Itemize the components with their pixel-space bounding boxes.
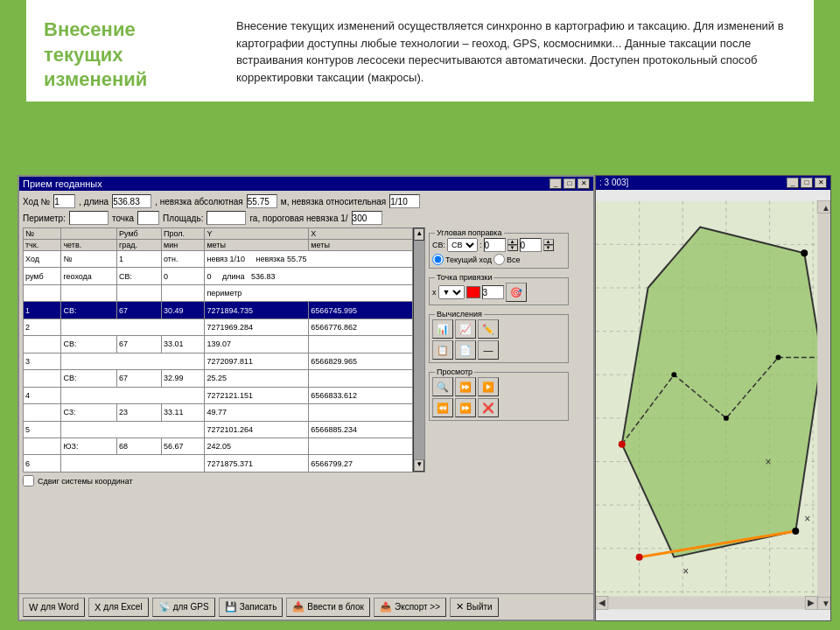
calculations-title: Вычисления — [435, 310, 484, 318]
table-row[interactable]: ЮЗ: 68 56.67 242.05 — [24, 438, 413, 454]
maximize-button[interactable]: □ — [564, 178, 576, 189]
table-row[interactable]: 5 7272101.264 6566885.234 — [24, 421, 413, 438]
cell: 56.67 — [162, 438, 205, 454]
table-row[interactable]: С3: 23 33.11 49.77 — [24, 404, 413, 421]
map-minimize-button[interactable]: _ — [787, 178, 799, 188]
preview-btn3[interactable]: ▶️ — [478, 377, 499, 396]
table-row[interactable]: Ход № 1 отн. невяз 1/10 невязка 55.75 — [24, 251, 413, 268]
close-button[interactable]: ✕ — [578, 178, 590, 189]
x-label: x — [432, 288, 437, 297]
calc-btn4[interactable]: 📋 — [432, 340, 453, 360]
attachment-value-input[interactable] — [482, 285, 504, 299]
table-row[interactable]: 4 7272121.151 6566833.612 — [24, 387, 413, 403]
cell: 7272097.811 — [205, 353, 309, 369]
table-row[interactable]: СВ: 67 33.01 139.07 — [24, 336, 413, 353]
col-empty-header — [61, 228, 117, 240]
angular-value2-input[interactable] — [520, 238, 542, 252]
radio-current-label: Текущий ход — [432, 254, 492, 265]
cell: 33.11 — [162, 404, 205, 421]
cell — [61, 421, 205, 438]
preview-btn5[interactable]: ⏩ — [455, 398, 476, 417]
col-mety2-header: меты — [309, 240, 413, 251]
calculations-row2: 📋 📄 — — [432, 340, 565, 360]
nevyazka-abs-input[interactable] — [247, 194, 277, 208]
col-tchk-header: тчк. — [24, 240, 61, 251]
col-min-header: мин — [162, 240, 205, 251]
scroll-up-button[interactable]: ▲ — [414, 228, 424, 241]
insert-button[interactable]: 📥 Ввести в блок — [286, 598, 370, 617]
ploshhad-input[interactable] — [206, 211, 246, 225]
title-section: Внесение текущих изменений Внесение теку… — [44, 18, 796, 93]
table-row[interactable]: 3 7272097.811 6566829.965 — [24, 353, 413, 369]
cell — [24, 404, 61, 421]
map-maximize-button[interactable]: □ — [801, 178, 813, 188]
svg-rect-27 — [817, 201, 830, 610]
cb-select[interactable]: СВ — [447, 238, 478, 252]
excel-button[interactable]: X для Excel — [88, 598, 149, 617]
save-button[interactable]: 💾 Записать — [219, 598, 284, 617]
cell: 7272121.151 — [205, 387, 309, 403]
radio-all-text: Все — [507, 256, 521, 264]
export-button[interactable]: 📤 Экспорт >> — [374, 598, 446, 617]
spin-down1[interactable]: ▼ — [508, 245, 518, 251]
porog-input[interactable] — [352, 211, 382, 225]
cell: 5 — [24, 421, 61, 438]
calc-btn3[interactable]: ✏️ — [478, 319, 499, 339]
spin-down2[interactable]: ▼ — [543, 245, 554, 251]
cell: 1 — [24, 302, 61, 318]
radio-all-input[interactable] — [494, 254, 505, 265]
col-rumba-header: Румб — [117, 228, 162, 240]
dlina-label: , длина — [79, 197, 108, 206]
save-label: Записать — [240, 602, 277, 612]
table-row[interactable]: 1 СВ: 67 30.49 7271894.735 6566745.995 — [24, 302, 413, 318]
table-row[interactable]: 6 7271875.371 6566799.27 — [24, 455, 413, 472]
export-icon: 📤 — [380, 601, 392, 612]
table-scrollbar[interactable]: ▲ ▼ — [413, 228, 425, 472]
coordinate-shift-checkbox[interactable] — [23, 475, 34, 486]
attachment-row: x ▼ 🎯 — [432, 283, 565, 302]
table-row[interactable]: периметр — [24, 284, 413, 301]
spin-up1[interactable]: ▲ — [508, 239, 518, 245]
svg-text:×: × — [804, 513, 810, 525]
cell: 7271894.735 — [205, 302, 309, 318]
cell: 3 — [24, 353, 61, 369]
tochka-input[interactable] — [137, 211, 159, 225]
calc-btn6[interactable]: — — [478, 340, 499, 360]
spin-up2[interactable]: ▲ — [543, 239, 554, 245]
cell: отн. — [162, 251, 205, 268]
insert-label: Ввести в блок — [307, 602, 364, 612]
exit-button[interactable]: ✕ Выйти — [450, 598, 499, 617]
bottom-toolbar: W для Word X для Excel 📡 для GPS 💾 Запис… — [19, 593, 593, 620]
word-button[interactable]: W для Word — [23, 598, 85, 617]
scroll-down-button[interactable]: ▼ — [414, 459, 424, 472]
gps-button[interactable]: 📡 для GPS — [152, 598, 215, 617]
nevyazka-rel-input[interactable] — [389, 194, 420, 208]
cell: 30.49 — [162, 302, 205, 318]
attachment-action-button[interactable]: 🎯 — [506, 283, 527, 302]
angular-value1-input[interactable] — [484, 238, 506, 252]
cell — [309, 404, 413, 421]
table-row[interactable]: румб геохода СВ: 0 0 длина 536.83 — [24, 268, 413, 284]
hod-number-input[interactable] — [53, 194, 75, 208]
table-row[interactable]: 2 7271969.284 6566776.862 — [24, 318, 413, 335]
preview-btn1[interactable]: 🔍 — [432, 377, 453, 396]
calc-btn5[interactable]: 📄 — [455, 340, 476, 360]
perimeter-input[interactable] — [69, 211, 108, 225]
preview-btn4[interactable]: ⏪ — [432, 398, 453, 417]
dlina-input[interactable] — [112, 194, 151, 208]
calc-btn1[interactable]: 📊 — [432, 319, 453, 339]
cell: 6566885.234 — [309, 421, 413, 438]
calc-btn2[interactable]: 📈 — [455, 319, 476, 339]
cell — [309, 336, 413, 353]
svg-point-19 — [724, 416, 729, 421]
cell: геохода — [61, 268, 117, 284]
attachment-select[interactable]: ▼ — [438, 285, 465, 299]
map-close-button[interactable]: ✕ — [815, 178, 827, 188]
preview-btn6[interactable]: ❌ — [478, 398, 499, 417]
preview-btn2[interactable]: ⏩ — [455, 377, 476, 396]
minimize-button[interactable]: _ — [550, 178, 562, 189]
radio-current-input[interactable] — [432, 254, 444, 265]
table-row[interactable]: СВ: 67 32.99 25.25 — [24, 370, 413, 387]
cell: ЮЗ: — [61, 438, 117, 454]
cell: 7271875.371 — [205, 455, 309, 472]
